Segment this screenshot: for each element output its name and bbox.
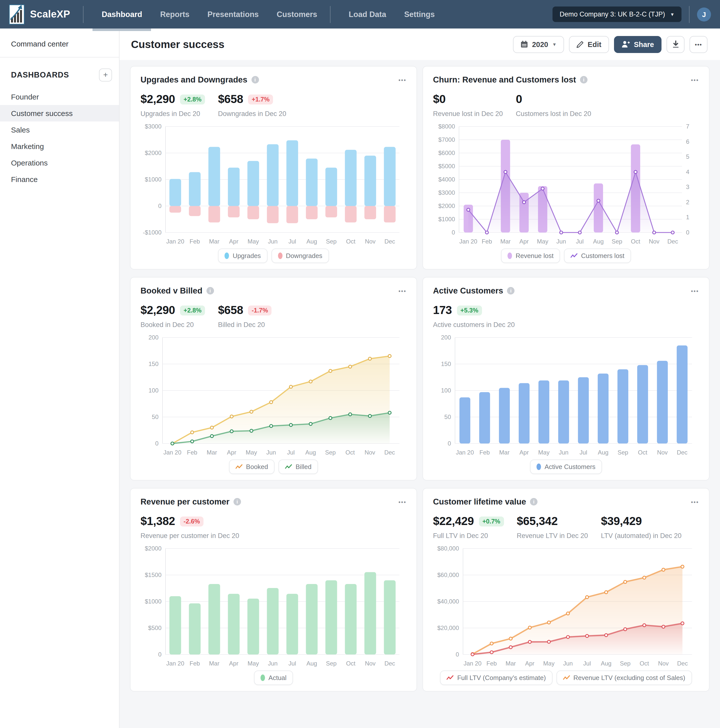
sidebar-item-finance[interactable]: Finance [0,171,119,188]
svg-text:Dec: Dec [385,238,395,245]
info-icon[interactable]: i [251,76,259,84]
svg-text:Sep: Sep [611,238,622,245]
card-active-customers: Active Customersi•••173+5.3%Active custo… [422,277,709,480]
stat-value: $658 [218,92,243,106]
svg-text:Oct: Oct [345,449,355,456]
zigzag-icon [235,464,243,470]
svg-text:May: May [538,449,549,456]
stat-block: $1,382-2.6%Revenue per customer in Dec 2… [141,514,239,540]
year-selector[interactable]: 2020 ▼ [513,36,564,53]
svg-text:May: May [543,660,555,667]
nav-item-load-data[interactable]: Load Data [349,0,386,29]
svg-text:Mar: Mar [209,660,219,667]
svg-text:$6000: $6000 [438,150,455,156]
nav-item-dashboard[interactable]: Dashboard [102,0,142,29]
sidebar-item-customer-success[interactable]: Customer success [0,105,119,121]
svg-text:3: 3 [686,184,689,190]
nav-item-presentations[interactable]: Presentations [208,0,259,29]
stat-caption: Booked in Dec 20 [141,321,205,329]
svg-text:$2000: $2000 [145,150,162,156]
content-header: Customer success 2020 ▼ Edit [119,29,720,60]
stat-value-row: 173+5.3% [433,303,515,317]
card-title: Booked v Billed [141,286,202,295]
svg-text:Aug: Aug [307,660,317,667]
svg-text:Jan 20: Jan 20 [166,238,184,245]
sidebar-item-marketing[interactable]: Marketing [0,138,119,154]
svg-text:$40,000: $40,000 [437,598,459,605]
sidebar-item-founder[interactable]: Founder [0,89,119,105]
stat-block: $2,290+2.8%Booked in Dec 20 [141,303,205,329]
legend-billed[interactable]: Billed [278,459,318,474]
edit-button[interactable]: Edit [569,36,609,53]
svg-text:Feb: Feb [480,449,490,456]
legend-booked[interactable]: Booked [229,459,275,474]
legend-label: Booked [246,463,268,471]
card-menu-icon[interactable]: ••• [399,288,407,294]
legend-active-customers[interactable]: Active Customers [530,459,602,474]
card-menu-icon[interactable]: ••• [399,499,407,505]
card-menu-icon[interactable]: ••• [399,77,407,83]
legend-full-ltv-company-s-estimate[interactable]: Full LTV (Company’s estimate) [440,670,552,685]
info-icon[interactable]: i [580,76,587,84]
stat-caption: Downgrades in Dec 20 [218,110,286,118]
nav-item-customers[interactable]: Customers [277,0,317,29]
legend-upgrades[interactable]: Upgrades [218,248,268,263]
legend-label: Actual [269,674,286,682]
stat-badge: +1.7% [248,94,273,104]
svg-text:Aug: Aug [598,449,608,456]
stat-value: $658 [218,303,243,317]
svg-text:Dec: Dec [667,238,678,245]
stats-row: $2,290+2.8%Upgrades in Dec 20$658+1.7%Do… [141,92,407,118]
sidebar-item-sales[interactable]: Sales [0,121,119,138]
svg-text:Mar: Mar [207,449,217,456]
svg-text:May: May [537,238,548,245]
top-nav: ScaleXP Dashboard Reports Presentations … [0,0,720,29]
chart-legend: Revenue lostCustomers lost [433,248,699,263]
svg-text:5: 5 [686,153,689,160]
svg-text:Jan 20: Jan 20 [163,449,181,456]
stats-row: $1,382-2.6%Revenue per customer in Dec 2… [141,514,407,540]
svg-text:Jul: Jul [576,238,584,245]
legend-actual[interactable]: Actual [254,670,293,685]
legend-revenue-ltv-excluding-cost-of-sales[interactable]: Revenue LTV (excluding cost of Sales) [556,670,692,685]
chevron-down-icon: ▼ [670,12,674,17]
pencil-icon [577,41,584,48]
info-icon[interactable]: i [507,287,515,295]
card-menu-icon[interactable]: ••• [691,288,699,294]
card-menu-icon[interactable]: ••• [691,499,699,505]
share-button[interactable]: Share [614,36,662,53]
user-avatar[interactable]: J [697,7,711,21]
scalexp-logo-icon[interactable] [9,4,24,24]
svg-text:0: 0 [686,229,689,236]
info-icon[interactable]: i [206,287,214,295]
stat-value-row: $658+1.7% [218,92,286,106]
stat-caption: Full LTV in Dec 20 [433,532,504,540]
stat-block: $658-1.7%Billed in Dec 20 [218,303,272,329]
sidebar-item-command-center[interactable]: Command center [0,35,119,52]
legend-revenue-lost[interactable]: Revenue lost [501,248,560,263]
svg-text:Aug: Aug [601,660,611,667]
info-icon[interactable]: i [530,498,538,506]
svg-text:Apr: Apr [525,660,534,667]
stat-block: $2,290+2.8%Upgrades in Dec 20 [141,92,205,118]
add-dashboard-button[interactable]: + [99,69,112,81]
sidebar-item-operations[interactable]: Operations [0,154,119,171]
card-header: Customer lifetime valuei••• [433,497,699,506]
nav-item-settings[interactable]: Settings [404,0,435,29]
svg-text:Sep: Sep [618,449,628,456]
stat-badge: -2.6% [180,516,203,526]
stat-caption: Upgrades in Dec 20 [141,110,205,118]
card-revenue-per-customer: Revenue per customeri•••$1,382-2.6%Reven… [130,488,417,691]
legend-customers-lost[interactable]: Customers lost [564,248,631,263]
dot-icon [225,252,229,259]
legend-downgrades[interactable]: Downgrades [271,248,329,263]
more-button[interactable]: ••• [689,36,708,53]
company-selector[interactable]: Demo Company 3: UK B-2-C (TJP) ▼ [553,6,682,22]
card-menu-icon[interactable]: ••• [691,77,699,83]
svg-text:0: 0 [155,440,159,447]
info-icon[interactable]: i [234,498,241,506]
zigzag-icon [570,253,578,258]
nav-item-reports[interactable]: Reports [160,0,190,29]
card-customer-lifetime-value: Customer lifetime valuei•••$22,429+0.7%F… [422,488,709,691]
download-button[interactable] [666,36,685,53]
